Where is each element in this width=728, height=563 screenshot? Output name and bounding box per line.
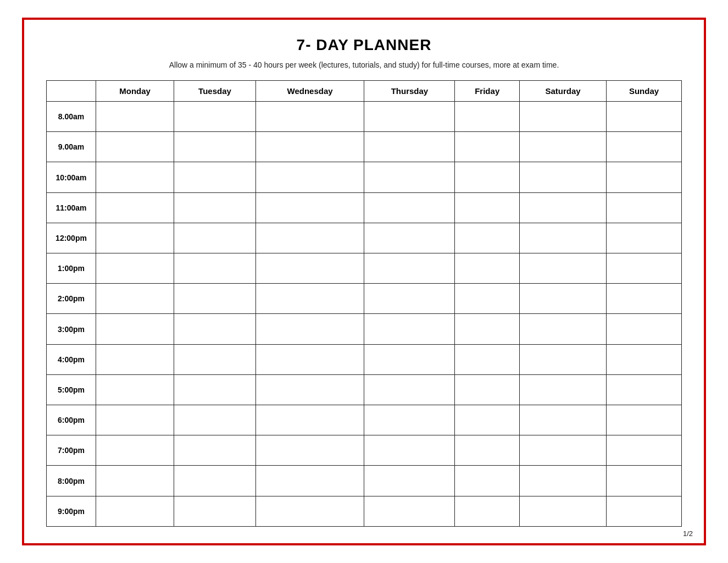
cell-10-2[interactable] (255, 405, 364, 435)
cell-12-5[interactable] (520, 466, 607, 496)
cell-4-0[interactable] (96, 223, 174, 253)
cell-9-0[interactable] (96, 374, 174, 405)
cell-12-1[interactable] (174, 466, 256, 496)
cell-5-2[interactable] (255, 253, 364, 284)
header-saturday: Saturday (520, 81, 607, 102)
cell-3-6[interactable] (607, 192, 682, 223)
cell-1-2[interactable] (255, 132, 364, 162)
cell-10-6[interactable] (607, 405, 682, 435)
cell-13-5[interactable] (520, 496, 607, 526)
cell-2-0[interactable] (96, 162, 174, 192)
cell-4-6[interactable] (607, 223, 682, 253)
cell-9-1[interactable] (174, 374, 256, 405)
cell-1-4[interactable] (455, 132, 520, 162)
cell-13-1[interactable] (174, 496, 256, 526)
cell-9-3[interactable] (364, 374, 455, 405)
cell-13-2[interactable] (255, 496, 364, 526)
cell-0-3[interactable] (364, 102, 455, 132)
cell-0-2[interactable] (255, 102, 364, 132)
cell-11-0[interactable] (96, 435, 174, 466)
cell-2-1[interactable] (174, 162, 256, 192)
time-cell-1: 9.00am (47, 132, 96, 162)
cell-6-5[interactable] (520, 284, 607, 314)
cell-7-6[interactable] (607, 314, 682, 344)
cell-0-1[interactable] (174, 102, 256, 132)
cell-1-1[interactable] (174, 132, 256, 162)
cell-4-4[interactable] (455, 223, 520, 253)
cell-7-1[interactable] (174, 314, 256, 344)
cell-6-2[interactable] (255, 284, 364, 314)
cell-7-0[interactable] (96, 314, 174, 344)
cell-4-2[interactable] (255, 223, 364, 253)
cell-1-3[interactable] (364, 132, 455, 162)
cell-11-4[interactable] (455, 435, 520, 466)
cell-1-6[interactable] (607, 132, 682, 162)
cell-7-2[interactable] (255, 314, 364, 344)
cell-5-4[interactable] (455, 253, 520, 284)
cell-11-3[interactable] (364, 435, 455, 466)
cell-12-6[interactable] (607, 466, 682, 496)
cell-6-1[interactable] (174, 284, 256, 314)
cell-11-5[interactable] (520, 435, 607, 466)
cell-7-3[interactable] (364, 314, 455, 344)
cell-8-1[interactable] (174, 344, 256, 374)
cell-3-3[interactable] (364, 192, 455, 223)
cell-3-4[interactable] (455, 192, 520, 223)
cell-5-6[interactable] (607, 253, 682, 284)
cell-4-5[interactable] (520, 223, 607, 253)
cell-2-3[interactable] (364, 162, 455, 192)
cell-13-4[interactable] (455, 496, 520, 526)
cell-12-4[interactable] (455, 466, 520, 496)
cell-8-4[interactable] (455, 344, 520, 374)
cell-6-0[interactable] (96, 284, 174, 314)
cell-1-5[interactable] (520, 132, 607, 162)
cell-11-1[interactable] (174, 435, 256, 466)
cell-9-6[interactable] (607, 374, 682, 405)
cell-9-4[interactable] (455, 374, 520, 405)
cell-8-6[interactable] (607, 344, 682, 374)
cell-3-1[interactable] (174, 192, 256, 223)
cell-13-6[interactable] (607, 496, 682, 526)
cell-12-0[interactable] (96, 466, 174, 496)
cell-2-2[interactable] (255, 162, 364, 192)
cell-10-4[interactable] (455, 405, 520, 435)
cell-5-5[interactable] (520, 253, 607, 284)
cell-8-5[interactable] (520, 344, 607, 374)
cell-3-0[interactable] (96, 192, 174, 223)
cell-0-0[interactable] (96, 102, 174, 132)
cell-3-5[interactable] (520, 192, 607, 223)
cell-10-1[interactable] (174, 405, 256, 435)
cell-1-0[interactable] (96, 132, 174, 162)
cell-9-5[interactable] (520, 374, 607, 405)
cell-2-4[interactable] (455, 162, 520, 192)
cell-4-3[interactable] (364, 223, 455, 253)
cell-6-6[interactable] (607, 284, 682, 314)
cell-12-2[interactable] (255, 466, 364, 496)
cell-10-0[interactable] (96, 405, 174, 435)
cell-6-4[interactable] (455, 284, 520, 314)
cell-11-2[interactable] (255, 435, 364, 466)
cell-5-0[interactable] (96, 253, 174, 284)
cell-3-2[interactable] (255, 192, 364, 223)
cell-2-5[interactable] (520, 162, 607, 192)
cell-12-3[interactable] (364, 466, 455, 496)
cell-8-2[interactable] (255, 344, 364, 374)
cell-5-1[interactable] (174, 253, 256, 284)
cell-5-3[interactable] (364, 253, 455, 284)
cell-4-1[interactable] (174, 223, 256, 253)
cell-7-4[interactable] (455, 314, 520, 344)
cell-9-2[interactable] (255, 374, 364, 405)
cell-0-5[interactable] (520, 102, 607, 132)
cell-8-0[interactable] (96, 344, 174, 374)
cell-6-3[interactable] (364, 284, 455, 314)
cell-13-0[interactable] (96, 496, 174, 526)
cell-10-3[interactable] (364, 405, 455, 435)
cell-13-3[interactable] (364, 496, 455, 526)
cell-10-5[interactable] (520, 405, 607, 435)
cell-11-6[interactable] (607, 435, 682, 466)
cell-2-6[interactable] (607, 162, 682, 192)
cell-8-3[interactable] (364, 344, 455, 374)
cell-0-4[interactable] (455, 102, 520, 132)
cell-7-5[interactable] (520, 314, 607, 344)
cell-0-6[interactable] (607, 102, 682, 132)
